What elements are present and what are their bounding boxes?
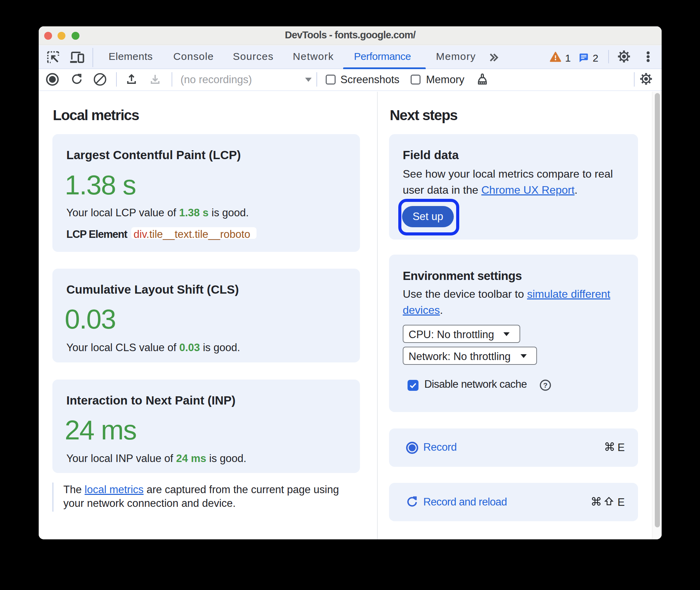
svg-text:?: ?: [543, 381, 548, 389]
